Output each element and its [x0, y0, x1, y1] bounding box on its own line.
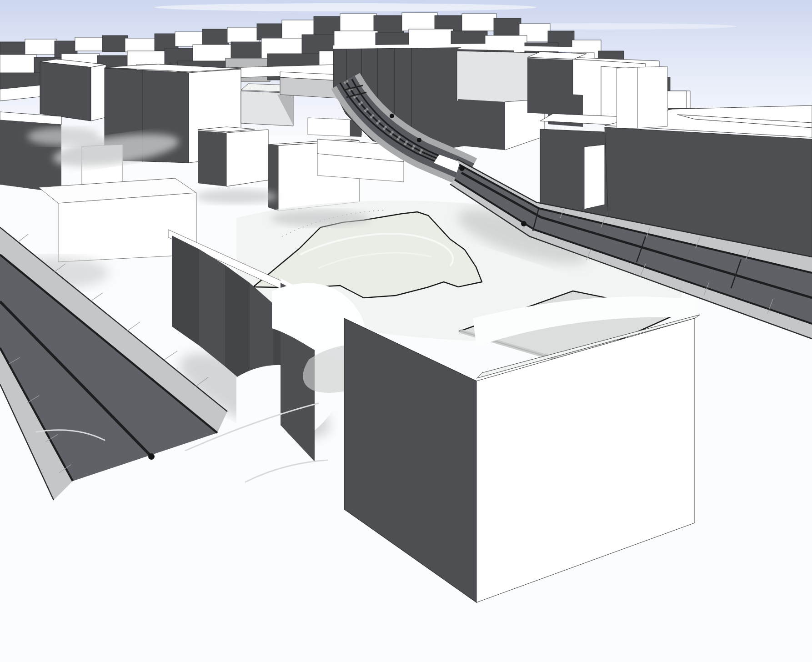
building-left-tall	[40, 59, 106, 121]
city-model-3d-viewport[interactable]	[0, 0, 812, 662]
skyline-building	[257, 24, 284, 40]
skyline-building	[25, 39, 57, 55]
skyline-building	[227, 27, 259, 43]
skyline-building	[75, 37, 104, 51]
skyline-building	[125, 38, 157, 52]
render-canvas	[0, 0, 812, 662]
skyline-building	[494, 18, 521, 37]
skyline-building	[175, 32, 205, 46]
building-left-edge	[0, 112, 61, 193]
building-mid-box	[198, 127, 268, 186]
skyline-building	[0, 55, 36, 75]
skyline-building	[402, 13, 437, 31]
skyline-building	[374, 15, 404, 35]
skyline-building	[102, 35, 128, 52]
skyline-building	[462, 14, 496, 31]
